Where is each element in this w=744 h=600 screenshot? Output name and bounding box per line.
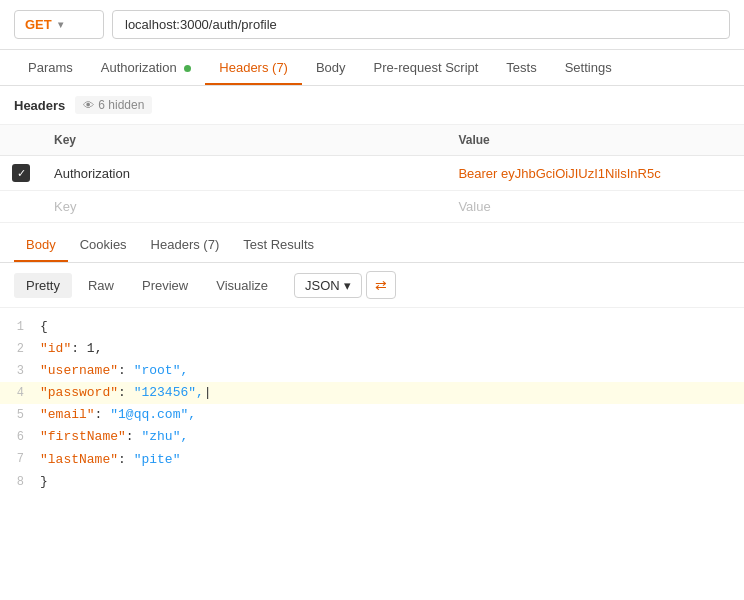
tab-headers[interactable]: Headers (7) (205, 50, 302, 85)
tab-tests[interactable]: Tests (492, 50, 550, 85)
format-bar: Pretty Raw Preview Visualize JSON ▾ ⇄ (0, 263, 744, 308)
method-chevron: ▾ (58, 19, 63, 30)
line-num-4: 4 (10, 383, 40, 403)
json-brace-close: } (40, 471, 48, 493)
authorization-dot (184, 65, 191, 72)
tab-headers-bottom[interactable]: Headers (7) (139, 227, 232, 262)
line-num-8: 8 (10, 472, 40, 492)
eye-icon: 👁 (83, 99, 94, 111)
tab-body[interactable]: Body (14, 227, 68, 262)
key-empty[interactable]: Key (42, 191, 446, 223)
col-value: Value (446, 125, 744, 156)
json-line-3: 3 "username" : "root", (0, 360, 744, 382)
json-line-6: 6 "firstName" : "zhu", (0, 426, 744, 448)
value-empty[interactable]: Value (446, 191, 744, 223)
header-row-1: ✓ Authorization Bearer eyJhbGciOiJIUzI1N… (0, 156, 744, 191)
colon-3: : (118, 360, 126, 382)
checkbox-cell[interactable]: ✓ (0, 156, 42, 191)
json-format-select[interactable]: JSON ▾ (294, 273, 362, 298)
checkbox-empty (0, 191, 42, 223)
hidden-badge[interactable]: 👁 6 hidden (75, 96, 152, 114)
headers-title: Headers (14, 98, 65, 113)
format-preview[interactable]: Preview (130, 273, 200, 298)
value-email: "1@qq.com", (102, 404, 196, 426)
line-num-3: 3 (10, 361, 40, 381)
text-cursor (204, 382, 212, 404)
json-line-8: 8 } (0, 471, 744, 493)
method-label: GET (25, 17, 52, 32)
headers-table: Key Value ✓ Authorization Bearer eyJhbGc… (0, 125, 744, 223)
col-key: Key (42, 125, 446, 156)
json-chevron-icon: ▾ (344, 278, 351, 293)
colon-2: : (71, 338, 79, 360)
colon-5: : (95, 404, 103, 426)
json-line-7: 7 "lastName" : "pite" (0, 449, 744, 471)
top-tabs: Params Authorization Headers (7) Body Pr… (0, 50, 744, 86)
wrap-icon: ⇄ (375, 277, 387, 293)
key-firstname: "firstName" (40, 426, 126, 448)
body-tabs: Body Cookies Headers (7) Test Results (0, 227, 744, 263)
key-lastname: "lastName" (40, 449, 118, 471)
key-email: "email" (40, 404, 95, 426)
format-raw[interactable]: Raw (76, 273, 126, 298)
value-lastname: "pite" (126, 449, 181, 471)
value-firstname: "zhu", (134, 426, 189, 448)
hidden-count: 6 hidden (98, 98, 144, 112)
line-num-7: 7 (10, 449, 40, 469)
checkbox-checked[interactable]: ✓ (12, 164, 30, 182)
json-brace-open: { (40, 316, 48, 338)
json-line-1: 1 { (0, 316, 744, 338)
tab-test-results[interactable]: Test Results (231, 227, 326, 262)
value-id: 1, (79, 338, 102, 360)
key-username: "username" (40, 360, 118, 382)
wrap-button[interactable]: ⇄ (366, 271, 396, 299)
tab-cookies[interactable]: Cookies (68, 227, 139, 262)
format-pretty[interactable]: Pretty (14, 273, 72, 298)
line-num-6: 6 (10, 427, 40, 447)
line-num-5: 5 (10, 405, 40, 425)
tab-body-top[interactable]: Body (302, 50, 360, 85)
colon-6: : (126, 426, 134, 448)
value-password: "123456", (126, 382, 204, 404)
tab-authorization[interactable]: Authorization (87, 50, 206, 85)
json-line-4: 4 "password" : "123456", (0, 382, 744, 404)
colon-7: : (118, 449, 126, 471)
key-password: "password" (40, 382, 118, 404)
url-bar: GET ▾ (0, 0, 744, 50)
tab-prerequest[interactable]: Pre-request Script (360, 50, 493, 85)
value-cell-1[interactable]: Bearer eyJhbGciOiJIUzI1NilsInR5c (446, 156, 744, 191)
key-id: "id" (40, 338, 71, 360)
format-visualize[interactable]: Visualize (204, 273, 280, 298)
headers-section-header: Headers 👁 6 hidden (0, 86, 744, 125)
tab-settings[interactable]: Settings (551, 50, 626, 85)
method-select[interactable]: GET ▾ (14, 10, 104, 39)
value-username: "root", (126, 360, 188, 382)
col-checkbox (0, 125, 42, 156)
colon-4: : (118, 382, 126, 404)
header-row-empty: Key Value (0, 191, 744, 223)
line-num-2: 2 (10, 339, 40, 359)
key-cell-1[interactable]: Authorization (42, 156, 446, 191)
line-num-1: 1 (10, 317, 40, 337)
url-input[interactable] (112, 10, 730, 39)
json-content: 1 { 2 "id" : 1, 3 "username" : "root", 4… (0, 308, 744, 501)
json-line-5: 5 "email" : "1@qq.com", (0, 404, 744, 426)
tab-params[interactable]: Params (14, 50, 87, 85)
json-line-2: 2 "id" : 1, (0, 338, 744, 360)
